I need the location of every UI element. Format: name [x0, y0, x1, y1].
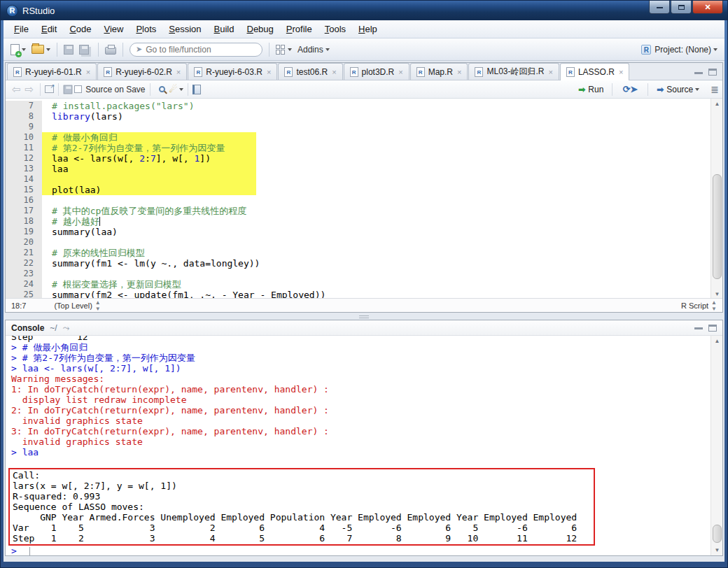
console-cursor — [29, 547, 30, 555]
scroll-up-icon[interactable]: ▲ — [711, 99, 723, 109]
console-line: > laa — [11, 447, 710, 457]
code-line: 12laa <- lars(w[, 2:7], w[, 1]) — [6, 153, 710, 164]
tab-close-icon[interactable]: × — [398, 68, 402, 76]
print-icon — [105, 47, 116, 55]
save-icon — [64, 45, 74, 55]
tab-close-icon[interactable]: × — [267, 68, 271, 76]
console-prompt[interactable]: > — [11, 546, 710, 555]
tab-ML03-岭回归.R[interactable]: RML03-岭回归.R× — [468, 63, 559, 80]
save-button[interactable] — [62, 43, 75, 56]
source-save-icon[interactable] — [64, 85, 73, 94]
tab-label: test06.R — [296, 67, 328, 77]
code-line: 18# 越小越好 — [6, 216, 710, 227]
console-output[interactable]: Step 12> # 做最小角回归> # 第2-7列作为自变量，第一列作为因变量… — [6, 336, 710, 555]
goto-file-input[interactable] — [146, 45, 256, 55]
pane-splitter[interactable] — [5, 314, 723, 320]
source-pane-minimize-icon[interactable] — [694, 71, 703, 74]
tab-close-icon[interactable]: × — [332, 68, 336, 76]
tab-close-icon[interactable]: × — [176, 68, 181, 76]
tab-LASSO.R[interactable]: RLASSO.R× — [560, 63, 629, 80]
popout-window-icon[interactable] — [45, 85, 54, 93]
source-pane-maximize-icon[interactable] — [708, 69, 717, 76]
toolbar-separator — [150, 83, 150, 96]
open-in-files-icon[interactable]: ⤳ — [63, 323, 70, 333]
scope-selector[interactable]: (Top Level) ▲▼ — [54, 299, 100, 312]
line-number: 18 — [6, 216, 42, 227]
new-file-icon: + — [10, 44, 20, 55]
source-button[interactable]: ➡ Source — [652, 83, 704, 96]
editor-scrollbar[interactable]: ▲ ▼ — [710, 99, 722, 299]
tab-Map.R[interactable]: RMap.R× — [410, 63, 468, 80]
run-button[interactable]: ➡ Run — [574, 83, 608, 96]
code-line: 10# 做最小角回归 — [6, 132, 710, 143]
code-editor[interactable]: 7# install.packages("lars")8library(lars… — [6, 99, 710, 299]
compile-notebook-icon[interactable] — [192, 85, 201, 94]
addins-button[interactable]: Addins — [296, 43, 331, 56]
tab-test06.R[interactable]: Rtest06.R× — [278, 63, 342, 80]
tab-close-icon[interactable]: × — [619, 68, 623, 76]
source-on-save-label: Source on Save — [85, 85, 145, 94]
menu-file[interactable]: File — [8, 22, 35, 36]
tab-close-icon[interactable]: × — [86, 68, 90, 76]
tab-R-yueyi-6-03.R[interactable]: RR-yueyi-6-03.R× — [188, 63, 277, 80]
goto-file-search[interactable]: ➤ — [130, 43, 262, 57]
scrollbar-thumb[interactable] — [713, 174, 722, 279]
open-file-button[interactable] — [30, 43, 52, 55]
new-file-button[interactable]: + — [9, 43, 27, 57]
chevron-down-icon — [695, 88, 699, 91]
tab-R-yueyi-6-02.R[interactable]: RR-yueyi-6-02.R× — [97, 63, 187, 80]
file-type-selector[interactable]: R Script ▲▼ — [681, 299, 717, 312]
print-button[interactable] — [104, 43, 118, 56]
console-line: invalid graphics state — [11, 436, 710, 447]
minimize-button[interactable] — [649, 1, 670, 14]
scroll-up-icon[interactable]: ▲ — [711, 336, 723, 346]
source-on-save-checkbox[interactable] — [74, 85, 82, 93]
scroll-down-icon[interactable]: ▼ — [711, 545, 723, 555]
line-number: 17 — [6, 206, 42, 216]
menu-tools[interactable]: Tools — [318, 22, 352, 36]
console-scrollbar[interactable]: ▲ ▼ — [710, 336, 722, 555]
scrollbar-thumb[interactable] — [713, 525, 722, 543]
chevron-down-icon — [179, 88, 183, 91]
console-pane-maximize-icon[interactable] — [708, 325, 717, 332]
console-line: invalid graphics state — [11, 416, 710, 426]
rstudio-window: R RStudio ✕ FileEditCodeViewPlotsSession… — [0, 0, 728, 568]
close-button[interactable]: ✕ — [692, 1, 723, 14]
tab-R-yueyi-6-01.R[interactable]: RR-yueyi-6-01.R× — [7, 63, 97, 80]
project-r-icon: R — [641, 45, 651, 55]
maximize-button[interactable] — [671, 1, 692, 14]
code-line: 20 — [6, 237, 710, 248]
menu-profile[interactable]: Profile — [280, 22, 318, 36]
line-number: 11 — [6, 143, 42, 153]
chevron-down-icon — [288, 48, 292, 51]
tab-plot3D.R[interactable]: Rplot3D.R× — [344, 63, 410, 80]
find-icon[interactable] — [159, 86, 165, 92]
menu-edit[interactable]: Edit — [35, 22, 63, 36]
chevron-down-icon — [22, 48, 26, 51]
menu-view[interactable]: View — [97, 22, 130, 36]
menu-help[interactable]: Help — [352, 22, 384, 36]
console-pane-minimize-icon[interactable] — [694, 326, 703, 329]
code-tools-wand-icon[interactable]: ☄ — [169, 84, 178, 94]
menu-build[interactable]: Build — [208, 22, 241, 36]
console-line: Warning messages: — [11, 374, 710, 384]
back-icon[interactable]: ⇦ — [12, 83, 21, 96]
code-line: 23 — [6, 269, 710, 279]
menu-code[interactable]: Code — [63, 22, 97, 36]
document-outline-icon[interactable]: ≣ — [710, 84, 718, 95]
project-selector[interactable]: R Project: (None) — [641, 45, 718, 55]
rerun-icon[interactable]: ⟳➤ — [622, 84, 638, 94]
console-pane: Console ~/ ⤳ Step 12> # 做最小角回归> # 第2-7列作… — [5, 320, 723, 556]
console-line: display list redraw incomplete — [11, 395, 710, 405]
menu-debug[interactable]: Debug — [241, 22, 280, 36]
forward-icon[interactable]: ⇨ — [25, 83, 34, 96]
menu-plots[interactable]: Plots — [130, 22, 162, 36]
panes-layout-button[interactable] — [274, 43, 293, 56]
menu-session[interactable]: Session — [162, 22, 207, 36]
tab-close-icon[interactable]: × — [457, 68, 461, 76]
red-annotation-box: Call:lars(x = w[, 2:7], y = w[, 1])R-squ… — [8, 468, 595, 546]
code-text — [42, 122, 52, 132]
line-number: 24 — [6, 279, 42, 290]
tab-close-icon[interactable]: × — [548, 68, 552, 76]
save-all-button[interactable] — [78, 43, 93, 56]
